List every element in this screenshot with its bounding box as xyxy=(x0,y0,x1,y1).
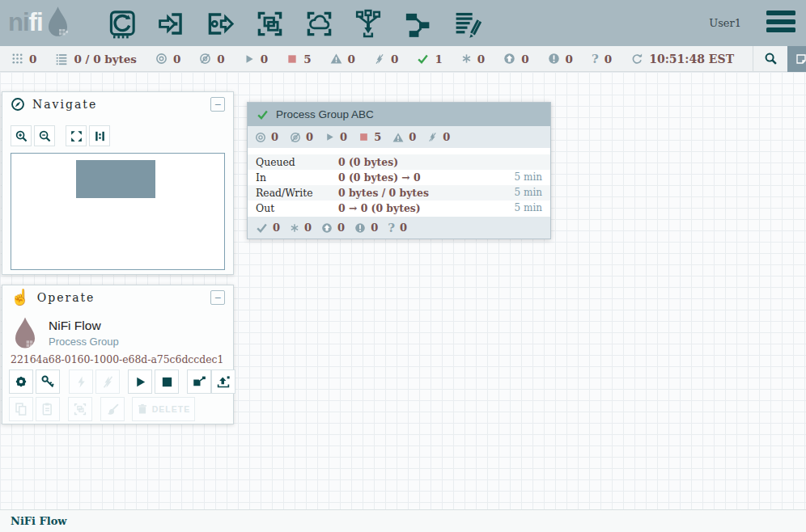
invalid-warning-icon xyxy=(392,132,404,143)
not-transmitting-icon xyxy=(199,53,211,65)
operate-header: ☝ Operate − xyxy=(2,285,233,310)
breadcrumb-root[interactable]: NiFi Flow xyxy=(11,515,67,527)
locally-modified-stale-count: 0 xyxy=(566,53,573,65)
queued-stat: 0 / 0 bytes xyxy=(55,53,137,65)
current-user[interactable]: User1 xyxy=(709,0,741,46)
pg-running-stat: 0 xyxy=(325,131,347,143)
logo-text-fi: fi xyxy=(29,6,43,39)
process-group-droplet-icon xyxy=(12,316,38,351)
zoom-fit-button[interactable] xyxy=(66,125,87,146)
transmitting-icon xyxy=(255,132,266,143)
search-button[interactable] xyxy=(753,46,787,72)
pg-sync-failure-stat: ? 0 xyxy=(388,221,407,235)
note-icon xyxy=(795,53,806,65)
group-button xyxy=(68,397,92,421)
navigate-toolbar xyxy=(11,125,112,146)
running-count: 0 xyxy=(261,53,268,65)
configure-button[interactable] xyxy=(9,369,33,394)
sync-failure-count: 0 xyxy=(604,53,612,65)
processor-icon[interactable] xyxy=(106,8,137,39)
template-icon[interactable] xyxy=(402,8,433,39)
bulletin-button[interactable] xyxy=(787,46,806,72)
stale-count: 0 xyxy=(521,53,528,65)
metric-value: 0 (0 bytes) → 0 xyxy=(338,170,421,185)
metric-window: 5 min xyxy=(515,185,542,201)
sync-failure-stat: ? 0 xyxy=(592,52,612,66)
output-port-icon[interactable] xyxy=(205,8,235,39)
running-stat: 0 xyxy=(244,53,268,65)
metric-window: 5 min xyxy=(515,201,542,216)
locally-modified-stale-stat: 0 xyxy=(548,53,573,65)
process-group-icon[interactable] xyxy=(254,8,285,39)
metric-value: 0 (0 bytes) xyxy=(338,154,398,170)
play-icon xyxy=(134,375,147,389)
refresh-icon[interactable] xyxy=(630,53,643,65)
stop-icon xyxy=(160,375,174,389)
stopped-icon xyxy=(358,132,369,142)
pg-disabled-stat: 0 xyxy=(427,131,450,143)
birdseye-minimap[interactable] xyxy=(11,153,225,270)
locally-modified-stale-icon xyxy=(354,222,366,234)
zoom-out-button[interactable] xyxy=(34,125,55,146)
process-group-component[interactable]: Process Group ABC 0 0 0 5 0 0 Queued xyxy=(247,102,551,239)
up-to-date-stat: 1 xyxy=(417,53,442,65)
queued-list-icon xyxy=(55,53,68,65)
remote-process-group-icon[interactable] xyxy=(303,8,334,39)
zoom-in-button[interactable] xyxy=(11,125,32,146)
delete-button: DELETE xyxy=(132,397,195,421)
sync-failure-question-icon: ? xyxy=(592,52,599,66)
access-policies-button[interactable] xyxy=(36,369,60,394)
refresh-stat: 10:51:48 EST xyxy=(630,53,734,65)
actual-size-button[interactable] xyxy=(89,125,110,146)
locally-modified-count: 0 xyxy=(477,53,485,65)
hand-icon: ☝ xyxy=(11,290,30,305)
metric-row-in: In 0 (0 bytes) → 0 5 min xyxy=(248,170,550,185)
upload-template-button[interactable] xyxy=(211,369,235,394)
upload-template-icon xyxy=(216,374,231,389)
stop-button[interactable] xyxy=(155,369,179,394)
metric-value: 0 bytes / 0 bytes xyxy=(338,185,429,201)
label-icon[interactable] xyxy=(452,8,482,39)
pg-stale-stat: 0 xyxy=(321,222,345,234)
disable-button xyxy=(95,369,120,394)
group-selection-icon xyxy=(73,402,87,416)
selected-component-type: Process Group xyxy=(49,336,119,348)
key-icon xyxy=(40,374,55,389)
process-group-stats-row: 0 0 0 5 0 0 xyxy=(248,126,550,148)
minimap-component-rect[interactable] xyxy=(76,160,155,198)
global-menu-icon[interactable] xyxy=(766,11,795,32)
metric-value: 0 → 0 (0 bytes) xyxy=(338,201,421,216)
save-template-button[interactable] xyxy=(187,369,211,394)
component-toolbar xyxy=(106,7,482,40)
transmitting-count: 0 xyxy=(173,53,180,65)
compass-icon xyxy=(11,97,25,112)
delete-label: DELETE xyxy=(152,404,190,414)
pg-locally-modified-stat: 0 xyxy=(290,222,312,234)
breadcrumb-bar: NiFi Flow xyxy=(0,509,806,532)
funnel-icon[interactable] xyxy=(353,8,384,39)
nifi-droplet-icon xyxy=(45,6,70,39)
change-color-button xyxy=(100,397,125,421)
selected-component-id: 22164a68-0160-1000-e68d-a75c6dccdec1 xyxy=(11,353,223,365)
navigate-title: Navigate xyxy=(32,98,97,111)
operate-collapse-button[interactable]: − xyxy=(210,290,225,305)
metric-window: 5 min xyxy=(515,170,542,185)
top-toolbar: nifi User1 xyxy=(0,0,806,46)
pg-up-to-date-stat: 0 xyxy=(256,222,280,234)
stale-stat: 0 xyxy=(503,53,528,65)
gear-icon xyxy=(14,374,28,389)
start-button[interactable] xyxy=(128,369,152,394)
operate-panel: ☝ Operate − NiFi Flow Process Group 2216… xyxy=(2,285,234,424)
process-group-version-row: 0 0 0 0 ? 0 xyxy=(248,217,550,239)
paste-button xyxy=(36,397,60,421)
transmitting-stat: 0 xyxy=(155,53,180,65)
brush-icon xyxy=(106,403,120,416)
pg-stale-count: 0 xyxy=(337,222,345,234)
version-check-icon xyxy=(257,108,269,120)
logo-text-ni: ni xyxy=(8,6,29,39)
nifi-logo: nifi xyxy=(8,6,70,39)
navigate-collapse-button[interactable]: − xyxy=(210,97,225,112)
bolt-slash-icon xyxy=(101,375,115,389)
input-port-icon[interactable] xyxy=(155,8,186,39)
process-group-name: Process Group ABC xyxy=(276,108,374,120)
